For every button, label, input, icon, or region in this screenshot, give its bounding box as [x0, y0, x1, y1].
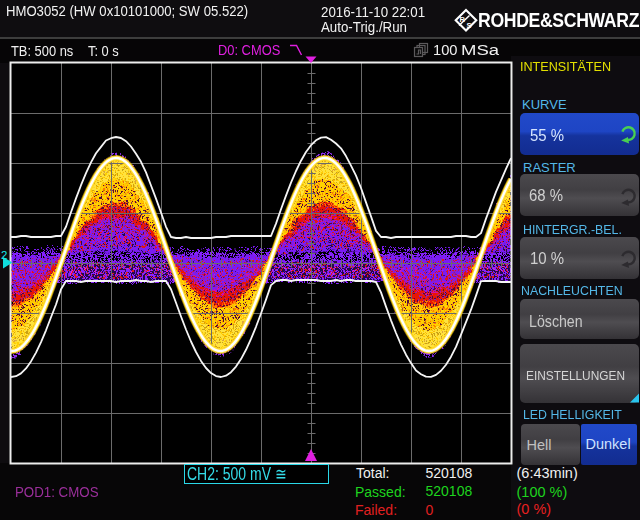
svg-text:S: S [467, 21, 472, 30]
svg-text:R: R [460, 15, 466, 24]
svg-text:2: 2 [1, 249, 7, 261]
